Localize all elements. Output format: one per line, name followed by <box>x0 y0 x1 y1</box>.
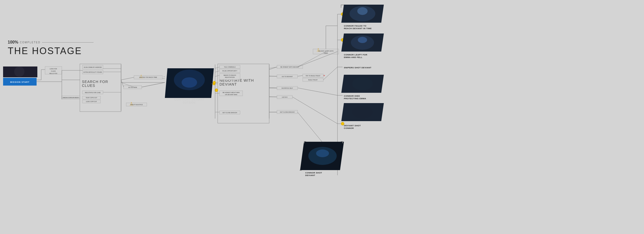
out4-light <box>352 77 373 90</box>
hello-fox-text: HELLO FOX <box>49 73 57 74</box>
bracket-tl-v <box>304 141 304 143</box>
yellow-dot-1 <box>215 89 218 92</box>
line-nv-h1 <box>215 67 219 68</box>
honest-deviant-text: BE HONEST WITH DEVIANT <box>281 66 299 68</box>
android-silhouette <box>14 66 24 77</box>
out5-light <box>352 106 373 119</box>
out1-light2 <box>357 7 368 15</box>
page-container: 100% COMPLETED THE HOSTAGE ANDROID MISSI… <box>0 0 644 234</box>
go-outside-text: GO OUTSIDE <box>128 87 137 88</box>
ydot-cn <box>213 81 216 84</box>
line-nv-h2 <box>215 71 219 72</box>
sacrifice-text: SACRIFICE SELF <box>282 87 293 89</box>
out4-text1: CONNOR DIED <box>344 95 360 97</box>
confront-header1: CONFRONT DEVIANT <box>174 98 205 101</box>
get-close-text-2: GET CLOSE ENOUGH <box>280 111 294 113</box>
scan-crime-text: SCAN CRIME BY ANDROID <box>84 66 102 68</box>
negotiate-case-text: NEGOTIATE FOR CASE <box>85 92 100 93</box>
out1-text2: REACH DEVIANT IN TIME <box>344 27 372 30</box>
line-sf-outside <box>121 80 124 87</box>
line-n-h1 <box>269 67 277 68</box>
honest-man-text2: OR DEVIANT MAN <box>225 94 237 95</box>
line-neg-honest <box>269 67 277 70</box>
line-go-cd <box>142 82 165 87</box>
build-trust-text: BUILD TRUST <box>308 79 318 81</box>
b1-tl-v <box>341 5 341 8</box>
mission-start-text: MISSION START <box>10 81 29 83</box>
honest-man-text1: BE HONEST ABOUT MAN <box>223 92 240 93</box>
lead-copycat-text: LEAD COPYCAT <box>86 101 97 102</box>
great-inj-text: GREAT INJUSTICE <box>130 104 143 105</box>
out5-text2: CONNOR <box>344 127 354 129</box>
out2-text2: EMMA AND FELL <box>344 56 362 58</box>
out1-text1: CONNOR FAILED TO <box>344 25 366 27</box>
search-clues-header2: CLUES <box>82 83 95 88</box>
negotiate-header2: DEVIANT <box>219 82 237 86</box>
false-opp-text: FALSE OPPORTUNITY <box>222 70 238 72</box>
look-clues-text1: LOOK FOR <box>50 68 57 70</box>
wasted-time-text: WASTED TOO MUCH TIME <box>139 77 157 78</box>
out2-light2 <box>358 37 367 43</box>
flowchart-svg: ANDROID MISSION START LOOK FOR CLUES HEL… <box>0 0 644 234</box>
deviant-jumps-text2: EMMA <box>324 52 328 54</box>
bracket-tr-v <box>342 141 343 143</box>
tear-cops-text: TEAR COPS OUT <box>86 97 98 98</box>
get-close-text: GET CLOSE ENOUGH <box>222 112 237 113</box>
try-trust-text: TRY TO BUILD TRUST <box>306 75 320 77</box>
out5-text1: DEVIANT SHOT <box>344 124 361 127</box>
out6-text1: CONNOR SHOT <box>305 172 322 174</box>
needs-reach-text1: NEEDS TO REACH <box>224 74 236 76</box>
line-hd-jump <box>298 52 326 67</box>
line-lie-trust <box>298 76 303 76</box>
out3-text: SNIPERS SHOT DEVIANT <box>344 66 371 69</box>
talk-crim-text: TALK CRIMINALS <box>224 66 236 68</box>
scene-light-2 <box>182 77 197 88</box>
bracket-bl-h <box>300 170 302 171</box>
line-neg-sacrifice <box>269 88 277 88</box>
needs-reach-text2: NEGOTIATION <box>225 77 235 78</box>
lie-ai-text: LIE IN AI <box>282 96 287 98</box>
line-nv-h3 <box>215 75 219 77</box>
line-sf-wasted <box>121 77 134 80</box>
out6-light2 <box>316 149 329 157</box>
line-trust-v3 <box>323 67 337 80</box>
out2-text1: CONNOR LEAPT FOR <box>344 54 367 56</box>
out4-text2: PROTECTING EMMA <box>344 97 366 100</box>
line-sac-v4 <box>298 88 337 95</box>
confront-header2: OUTSIDE <box>183 101 196 104</box>
line-close-v6 <box>298 112 322 142</box>
out6-text2: DEVIANT <box>305 174 315 177</box>
lie-deviant-text: LIE TO DEVIANT <box>282 76 293 77</box>
look-clues-text2: CLUES <box>51 70 56 72</box>
search-clues-header: SEARCH FOR <box>82 80 108 84</box>
x-mark-trust: ✕ <box>323 74 325 77</box>
sneak-cops-text: SNEAK COPS BY BODY <box>63 97 79 98</box>
line-lie-v5 <box>292 97 337 124</box>
extra-diff-text: EXTRA DIFFICULTY FOUND <box>83 71 102 73</box>
